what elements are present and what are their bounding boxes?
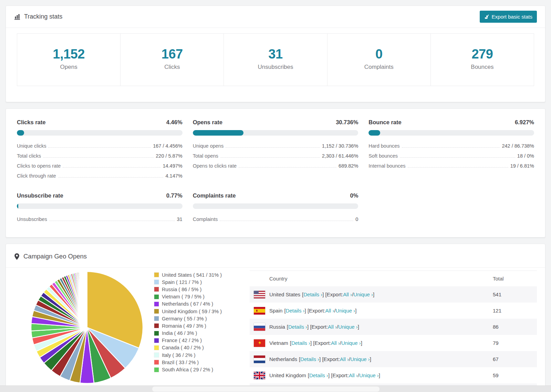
rate-detail-row: Click through rate4.147% [17, 171, 183, 181]
export-all-link[interactable]: All › [343, 292, 352, 297]
legend-item: Germany ( 55 / 3% ) [154, 315, 246, 322]
legend-label: Brazil ( 33 / 2% ) [162, 360, 199, 365]
table-row-ru: Russia[Details ›] [Export: All › / Uniqu… [250, 319, 537, 335]
rate-title: Complaints rate [193, 192, 236, 199]
legend-item: Romania ( 49 / 3% ) [154, 322, 246, 329]
dotted-leader [239, 167, 336, 168]
pie-legend: United States ( 541 / 31% )Spain ( 121 /… [154, 271, 246, 392]
country-name: Netherlands [269, 356, 297, 362]
details-link[interactable]: Details › [286, 308, 305, 314]
us-flag-icon [254, 291, 265, 298]
details-link[interactable]: Details › [291, 340, 310, 346]
geo-content: United States ( 541 / 31% )Spain ( 121 /… [6, 268, 545, 392]
export-unique-link[interactable]: Unique › [341, 340, 361, 346]
horizontal-scrollbar-thumb[interactable] [152, 386, 380, 392]
progress-bar-fill [368, 130, 380, 136]
stats-row: 1,152Opens167Clicks31Unsubscribes0Compla… [17, 33, 534, 86]
rate-rows: Unsubscribes31 [17, 214, 183, 224]
legend-swatch-icon [154, 287, 159, 292]
legend-label: United Kingdom ( 59 / 3% ) [162, 309, 222, 314]
legend-item: Spain ( 121 / 7% ) [154, 278, 246, 286]
details-link[interactable]: Details › [303, 292, 322, 297]
rate-detail-row: Hard bounces242 / 86.738% [368, 141, 534, 151]
rate-row-value: 167 / 4.456% [153, 143, 182, 149]
rate-row-value: 2,303 / 61.446% [322, 153, 358, 159]
legend-swatch-icon [154, 368, 159, 372]
export-unique-link[interactable]: Unique › [338, 324, 358, 330]
total-cell: 59 [493, 372, 537, 378]
rate-row-value: 14.497% [163, 163, 182, 169]
legend-item: South Africa ( 29 / 2% ) [154, 366, 246, 373]
progress-bar-fill [17, 203, 18, 209]
progress-bar-track [17, 130, 183, 136]
progress-bar-track [17, 203, 183, 209]
country-cell: United States[Details ›] [Export: All › … [250, 291, 493, 298]
rate-block-bounce-rate: Bounce rate6.927%Hard bounces242 / 86.73… [368, 119, 534, 181]
details-link[interactable]: Details › [288, 324, 307, 330]
stat-label: Unsubscribes [224, 64, 327, 71]
country-name: Spain [269, 308, 282, 314]
dotted-leader [43, 157, 154, 158]
details-link[interactable]: Details › [309, 372, 328, 378]
dotted-leader [402, 147, 500, 148]
legend-item: India ( 46 / 3% ) [154, 330, 246, 337]
export-unique-link[interactable]: Unique › [353, 292, 373, 297]
total-cell: 121 [493, 308, 537, 314]
rate-head: Unsubscribe rate0.77% [17, 192, 183, 199]
export-all-link[interactable]: All › [349, 372, 358, 378]
rate-head: Complaints rate0% [193, 192, 358, 199]
rate-rows: Unique opens1,152 / 30.736%Total opens2,… [193, 141, 358, 171]
legend-swatch-icon [154, 360, 159, 364]
geo-title: Campaign Geo Opens [23, 253, 87, 260]
country-cell: Spain[Details ›] [Export: All › / Unique… [250, 307, 493, 315]
export-unique-link[interactable]: Unique › [336, 308, 355, 314]
country-column-header: Country [250, 276, 493, 282]
dotted-leader [226, 147, 320, 148]
dotted-leader [220, 221, 353, 221]
export-basic-stats-button[interactable]: Export basic stats [480, 11, 537, 23]
rate-row-value: 18 / 0% [517, 153, 534, 159]
page-title: Tracking stats [24, 13, 62, 20]
rate-row-label: Soft bounces [368, 153, 398, 159]
legend-label: Germany ( 55 / 3% ) [162, 316, 207, 321]
geo-pie-chart [29, 270, 145, 385]
legend-swatch-icon [154, 302, 159, 306]
table-row-nl: Netherlands[Details ›] [Export: All › / … [250, 351, 537, 367]
rate-row-value: 1,152 / 30.736% [322, 143, 358, 149]
stat-cell-bounces: 279Bounces [430, 33, 534, 86]
rate-rows: Unique clicks167 / 4.456%Total clicks220… [17, 141, 183, 181]
rate-value: 0% [350, 192, 358, 199]
country-cell: Vietnam[Details ›] [Export: All › / Uniq… [250, 339, 493, 347]
export-all-link[interactable]: All › [325, 308, 334, 314]
table-row-es: Spain[Details ›] [Export: All › / Unique… [250, 303, 537, 319]
legend-swatch-icon [154, 309, 159, 314]
stat-label: Bounces [431, 64, 534, 71]
rate-detail-row: Complaints0 [193, 214, 358, 224]
stat-cell-opens: 1,152Opens [17, 33, 121, 86]
geo-table: Country Total United States[Details ›] [… [250, 271, 537, 392]
details-link[interactable]: Details › [300, 356, 319, 362]
dotted-leader [58, 177, 164, 178]
rate-detail-row: Soft bounces18 / 0% [368, 151, 534, 161]
legend-swatch-icon [154, 316, 159, 321]
export-unique-link[interactable]: Unique › [359, 372, 379, 378]
rate-row-value: 242 / 86.738% [502, 143, 534, 149]
export-unique-link[interactable]: Unique › [350, 356, 370, 362]
export-all-link[interactable]: All › [340, 356, 349, 362]
rate-detail-row: Unique opens1,152 / 30.736% [193, 141, 358, 151]
dotted-leader [48, 147, 151, 148]
export-all-link[interactable]: All › [328, 324, 337, 330]
rate-value: 0.77% [166, 192, 183, 199]
rate-row-label: Clicks to opens rate [17, 163, 61, 169]
progress-bar-track [193, 130, 358, 136]
rate-row-value: 220 / 5.87% [156, 153, 182, 159]
total-column-header: Total [493, 276, 537, 282]
export-all-link[interactable]: All › [331, 340, 340, 346]
legend-swatch-icon [154, 346, 159, 350]
stat-label: Clicks [121, 64, 223, 71]
horizontal-scrollbar-track[interactable] [0, 385, 551, 392]
legend-label: Russia ( 86 / 5% ) [162, 287, 201, 292]
rate-row-label: Total opens [193, 153, 218, 159]
rate-title: Opens rate [193, 119, 222, 126]
dotted-leader [63, 167, 160, 168]
